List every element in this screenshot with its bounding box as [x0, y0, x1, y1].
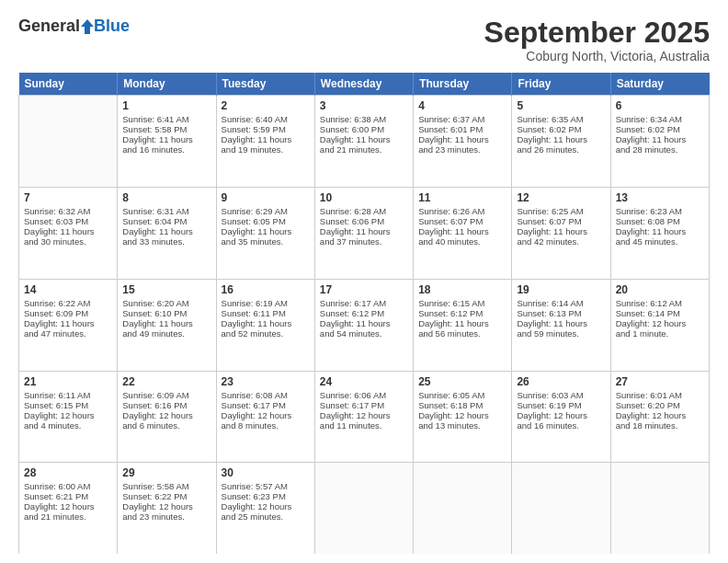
cell-info-line: Sunrise: 6:37 AM — [418, 114, 506, 124]
table-row: 10Sunrise: 6:28 AMSunset: 6:06 PMDayligh… — [314, 187, 413, 279]
calendar-table: Sunday Monday Tuesday Wednesday Thursday… — [18, 73, 710, 554]
cell-info-line: Sunrise: 6:00 AM — [24, 481, 112, 491]
day-number: 4 — [418, 99, 506, 112]
cell-info-line: and 30 minutes. — [24, 236, 112, 247]
cell-info-line: Sunset: 6:04 PM — [122, 216, 210, 226]
day-number: 13 — [616, 191, 704, 204]
cell-info-line: Sunset: 6:02 PM — [517, 124, 605, 134]
cell-info-line: Daylight: 11 hours — [517, 134, 605, 144]
cell-info-line: Sunrise: 6:20 AM — [122, 298, 210, 308]
cell-info-line: Daylight: 11 hours — [418, 134, 506, 144]
cell-info-line: Sunset: 6:12 PM — [320, 308, 408, 318]
day-number: 9 — [222, 191, 310, 204]
cell-info-line: Sunrise: 6:19 AM — [222, 298, 310, 308]
cell-info-line: and 6 minutes. — [122, 420, 210, 431]
cell-info-line: Sunrise: 6:15 AM — [418, 298, 506, 308]
cell-info-line: Daylight: 12 hours — [616, 318, 704, 328]
cell-info-line: and 21 minutes. — [24, 511, 112, 522]
cell-info-line: Sunset: 6:02 PM — [616, 124, 704, 134]
cell-info-line: Sunset: 6:03 PM — [24, 216, 112, 226]
cell-info-line: Sunset: 6:15 PM — [24, 400, 112, 410]
table-row: 13Sunrise: 6:23 AMSunset: 6:08 PMDayligh… — [610, 187, 709, 279]
cell-info-line: Sunrise: 6:28 AM — [320, 206, 408, 216]
table-row: 7Sunrise: 6:32 AMSunset: 6:03 PMDaylight… — [19, 187, 118, 279]
table-row — [19, 96, 118, 188]
day-number: 8 — [122, 191, 210, 204]
calendar-header: Sunday Monday Tuesday Wednesday Thursday… — [19, 73, 710, 96]
cell-info-line: and 42 minutes. — [517, 236, 605, 247]
col-thursday: Thursday — [414, 73, 512, 96]
cell-info-line: Sunrise: 6:40 AM — [222, 114, 310, 124]
cell-info-line: Daylight: 11 hours — [517, 318, 605, 328]
day-number: 16 — [222, 283, 310, 296]
cell-info-line: Daylight: 11 hours — [122, 134, 210, 144]
logo-text: General Blue — [18, 17, 130, 36]
cell-info-line: Sunrise: 6:29 AM — [222, 206, 310, 216]
cell-info-line: Daylight: 11 hours — [320, 134, 408, 144]
cell-info-line: and 16 minutes. — [122, 144, 210, 155]
cell-info-line: Daylight: 12 hours — [24, 410, 112, 420]
cell-info-line: and 11 minutes. — [320, 420, 408, 431]
cell-info-line: Daylight: 11 hours — [320, 318, 408, 328]
cell-info-line: and 8 minutes. — [222, 420, 310, 431]
title-section: September 2025 Coburg North, Victoria, A… — [484, 17, 710, 63]
day-number: 27 — [616, 375, 704, 388]
cell-info-line: and 37 minutes. — [320, 236, 408, 247]
day-number: 19 — [517, 283, 605, 296]
cell-info-line: Sunrise: 6:35 AM — [517, 114, 605, 124]
table-row: 3Sunrise: 6:38 AMSunset: 6:00 PMDaylight… — [314, 96, 413, 188]
cell-info-line: Sunset: 6:21 PM — [24, 491, 112, 501]
cell-info-line: Daylight: 11 hours — [616, 226, 704, 236]
cell-info-line: and 23 minutes. — [122, 511, 210, 522]
calendar-body: 1Sunrise: 6:41 AMSunset: 5:58 PMDaylight… — [19, 96, 710, 554]
cell-info-line: Daylight: 11 hours — [222, 134, 310, 144]
cell-info-line: Sunset: 6:17 PM — [320, 400, 408, 410]
cell-info-line: and 21 minutes. — [320, 144, 408, 155]
page: General Blue September 2025 Coburg North… — [0, 0, 728, 563]
table-row: 14Sunrise: 6:22 AMSunset: 6:09 PMDayligh… — [19, 279, 118, 371]
day-number: 11 — [418, 191, 506, 204]
cell-info-line: Daylight: 12 hours — [122, 501, 210, 511]
cell-info-line: Sunrise: 6:06 AM — [320, 390, 408, 400]
cell-info-line: Sunrise: 6:08 AM — [222, 390, 310, 400]
day-number: 17 — [320, 283, 408, 296]
cell-info-line: Daylight: 11 hours — [24, 318, 112, 328]
cell-info-line: Daylight: 12 hours — [122, 410, 210, 420]
day-number: 30 — [222, 466, 310, 479]
day-number: 23 — [222, 375, 310, 388]
cell-info-line: Sunrise: 6:22 AM — [24, 298, 112, 308]
col-friday: Friday — [512, 73, 610, 96]
cell-info-line: Sunset: 6:11 PM — [222, 308, 310, 318]
cell-info-line: Sunset: 6:19 PM — [517, 400, 605, 410]
cell-info-line: Sunrise: 6:03 AM — [517, 390, 605, 400]
cell-info-line: Daylight: 11 hours — [517, 226, 605, 236]
cell-info-line: and 4 minutes. — [24, 420, 112, 431]
table-row: 25Sunrise: 6:05 AMSunset: 6:18 PMDayligh… — [414, 371, 512, 463]
table-row: 9Sunrise: 6:29 AMSunset: 6:05 PMDaylight… — [216, 187, 314, 279]
cell-info-line: Sunrise: 6:23 AM — [616, 206, 704, 216]
day-number: 26 — [517, 375, 605, 388]
table-row: 4Sunrise: 6:37 AMSunset: 6:01 PMDaylight… — [414, 96, 512, 188]
cell-info-line: Sunrise: 5:58 AM — [122, 481, 210, 491]
table-row: 23Sunrise: 6:08 AMSunset: 6:17 PMDayligh… — [216, 371, 314, 463]
table-row: 19Sunrise: 6:14 AMSunset: 6:13 PMDayligh… — [512, 279, 610, 371]
cell-info-line: Sunrise: 6:26 AM — [418, 206, 506, 216]
cell-info-line: and 47 minutes. — [24, 328, 112, 339]
cell-info-line: Sunrise: 6:12 AM — [616, 298, 704, 308]
day-number: 18 — [418, 283, 506, 296]
cell-info-line: Daylight: 11 hours — [418, 226, 506, 236]
logo-icon — [81, 19, 94, 34]
cell-info-line: Daylight: 11 hours — [222, 318, 310, 328]
col-monday: Monday — [118, 73, 216, 96]
cell-info-line: Sunrise: 6:14 AM — [517, 298, 605, 308]
header: General Blue September 2025 Coburg North… — [18, 17, 710, 63]
col-saturday: Saturday — [610, 73, 709, 96]
cell-info-line: and 49 minutes. — [122, 328, 210, 339]
table-row: 6Sunrise: 6:34 AMSunset: 6:02 PMDaylight… — [610, 96, 709, 188]
cell-info-line: Sunset: 6:12 PM — [418, 308, 506, 318]
day-number: 12 — [517, 191, 605, 204]
cell-info-line: Sunset: 6:17 PM — [222, 400, 310, 410]
cell-info-line: Sunset: 6:20 PM — [616, 400, 704, 410]
day-number: 24 — [320, 375, 408, 388]
cell-info-line: Sunset: 6:00 PM — [320, 124, 408, 134]
